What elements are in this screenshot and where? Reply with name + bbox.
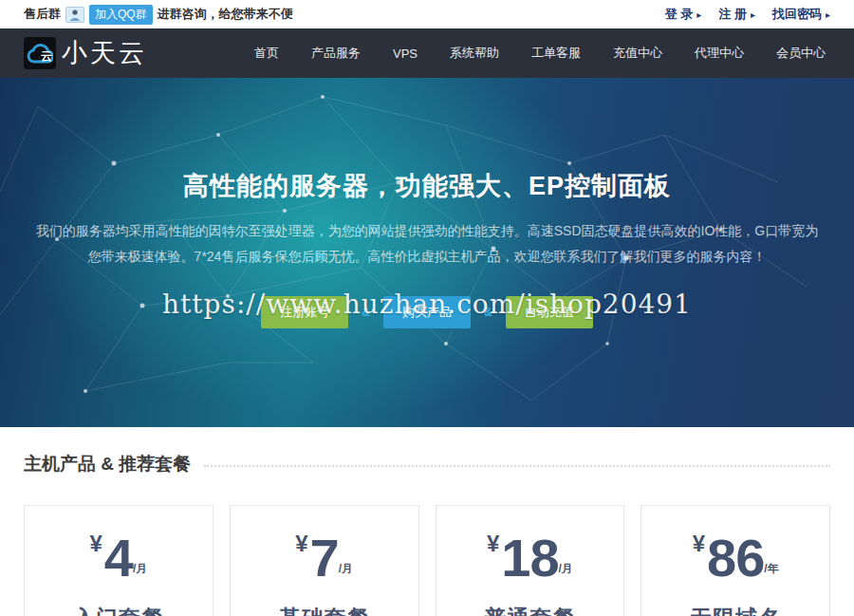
plan-name: 入门套餐: [25, 604, 213, 616]
price: ¥86/年: [641, 527, 829, 588]
nav-item-agent[interactable]: 代理中心: [695, 45, 744, 62]
nav-item-products[interactable]: 产品服务: [311, 45, 361, 62]
hero-description: 我们的服务器均采用高性能的因特尔至强处理器，为您的网站提供强劲的性能支持。高速S…: [31, 218, 823, 270]
pricing-card-basic[interactable]: ¥7/月 基础套餐: [230, 505, 419, 616]
currency-symbol: ¥: [487, 531, 499, 556]
login-link[interactable]: 登 录 ▸: [665, 6, 702, 23]
currency-symbol: ¥: [89, 531, 102, 556]
aftersale-group-label: 售后群: [24, 6, 61, 23]
section-title: 主机产品 & 推荐套餐: [24, 452, 191, 476]
account-links: 登 录 ▸ 注 册 ▸ 找回密码 ▸: [665, 6, 830, 23]
buy-product-button[interactable]: 购买产品: [383, 296, 471, 328]
plan-name: 无限域名: [641, 604, 829, 616]
aftersale-note: 进群咨询，给您带来不便: [158, 6, 293, 23]
register-link[interactable]: 注 册 ▸: [718, 6, 755, 23]
pricing-card-grid: ¥4/月 入门套餐 ¥7/月 基础套餐 ¥18/月 普通套餐 ¥86/年 无限域…: [24, 505, 830, 616]
nav-item-vps[interactable]: VPS: [393, 47, 418, 61]
hero-content: 高性能的服务器，功能强大、EP控制面板 我们的服务器均采用高性能的因特尔至强处理…: [0, 78, 854, 427]
site-logo[interactable]: 云 小天云: [24, 36, 147, 70]
chevron-right-icon: ▸: [696, 9, 701, 20]
hero-action-buttons: 注册账号 & 购买产品 & 自动充值: [261, 296, 592, 328]
qq-avatar-icon: [65, 7, 84, 23]
site-name: 小天云: [62, 36, 147, 70]
pricing-card-standard[interactable]: ¥18/月 普通套餐: [436, 505, 625, 616]
nav-item-home[interactable]: 首页: [254, 45, 279, 62]
section-header: 主机产品 & 推荐套餐: [24, 452, 830, 476]
top-utility-bar: 售后群 加入QQ群 进群咨询，给您带来不便 登 录 ▸ 注 册 ▸ 找回密码 ▸: [0, 0, 854, 28]
main-navbar: 云 小天云 首页 产品服务 VPS 系统帮助 工单客服 充值中心 代理中心 会员…: [0, 28, 854, 78]
nav-item-recharge[interactable]: 充值中心: [613, 45, 662, 62]
hero-title: 高性能的服务器，功能强大、EP控制面板: [183, 169, 671, 203]
register-account-button[interactable]: 注册账号: [261, 296, 348, 328]
cloud-logo-icon: 云: [24, 37, 56, 69]
nav-item-member[interactable]: 会员中心: [776, 45, 826, 62]
aftersale-group: 售后群 加入QQ群 进群咨询，给您带来不便: [24, 5, 293, 25]
forgot-password-link[interactable]: 找回密码 ▸: [772, 6, 830, 23]
pricing-card-entry[interactable]: ¥4/月 入门套餐: [24, 505, 214, 616]
dotted-divider: [204, 465, 830, 467]
products-section: 主机产品 & 推荐套餐 ¥4/月 入门套餐 ¥7/月 基础套餐 ¥18/月 普通…: [0, 427, 854, 616]
hero-banner: 高性能的服务器，功能强大、EP控制面板 我们的服务器均采用高性能的因特尔至强处理…: [0, 78, 854, 427]
chevron-right-icon: ▸: [751, 9, 755, 20]
price: ¥4/月: [25, 527, 213, 588]
auto-recharge-button[interactable]: 自动充值: [506, 296, 593, 328]
chevron-right-icon: ▸: [826, 9, 830, 20]
price: ¥18/月: [436, 527, 624, 588]
currency-symbol: ¥: [295, 531, 307, 556]
pricing-card-unlimited-domains[interactable]: ¥86/年 无限域名: [640, 505, 830, 616]
nav-menu: 首页 产品服务 VPS 系统帮助 工单客服 充值中心 代理中心 会员中心: [254, 45, 826, 62]
price: ¥7/月: [231, 527, 418, 588]
plan-name: 基础套餐: [231, 604, 418, 616]
join-qq-group-button[interactable]: 加入QQ群: [89, 5, 153, 25]
plan-name: 普通套餐: [436, 604, 624, 616]
nav-item-tickets[interactable]: 工单客服: [531, 45, 581, 62]
currency-symbol: ¥: [693, 531, 705, 556]
nav-item-help[interactable]: 系统帮助: [450, 45, 499, 62]
ampersand-separator: &: [362, 306, 370, 319]
ampersand-separator: &: [484, 306, 492, 319]
